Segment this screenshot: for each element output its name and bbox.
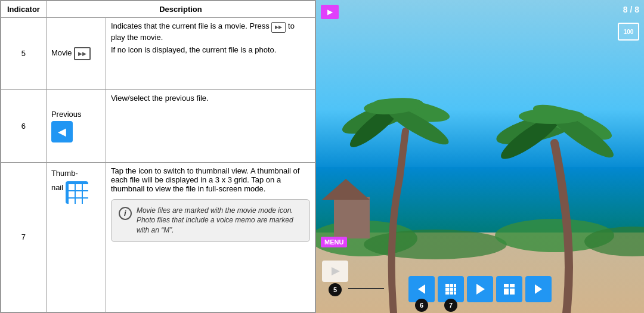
- table-row: 7 Thumb-nail Tap the icon to switch to t…: [1, 162, 315, 312]
- svg-rect-32: [510, 284, 515, 287]
- description-previous: View/select the previous file.: [106, 89, 315, 162]
- previous-icon: ◀: [51, 121, 73, 142]
- indicator-thumbnail: Thumb-nail: [46, 162, 106, 312]
- bubble-5: 5: [329, 283, 342, 296]
- play-indicator: [321, 5, 339, 19]
- item5-white-box: [322, 261, 348, 282]
- description-movie: Indicates that the current file is a mov…: [106, 18, 315, 90]
- svg-marker-20: [418, 284, 425, 294]
- svg-rect-21: [445, 284, 449, 287]
- svg-rect-17: [334, 197, 370, 238]
- svg-rect-26: [454, 288, 456, 292]
- svg-rect-33: [504, 289, 509, 295]
- thumbnail-icon: [66, 181, 88, 204]
- svg-rect-24: [445, 288, 449, 292]
- row-num-5: 5: [1, 18, 47, 90]
- page-counter: 8 / 8: [623, 5, 639, 14]
- svg-rect-31: [504, 284, 509, 287]
- connector-line-5: [348, 288, 384, 289]
- indicator-movie: Movie ▶▶: [46, 18, 106, 90]
- info-box: i Movie files are marked with the movie …: [111, 199, 310, 242]
- item5-play-icon: [328, 265, 342, 277]
- bubble-labels: 6 7: [408, 299, 552, 312]
- bubble-6-label: 6: [415, 299, 428, 312]
- indicator-name-movie: Movie: [51, 48, 72, 57]
- svg-marker-30: [476, 284, 485, 295]
- col-indicator-header: Indicator: [1, 1, 47, 18]
- svg-rect-22: [450, 284, 453, 287]
- indicator-name-previous: Previous: [51, 110, 82, 119]
- svg-rect-28: [450, 292, 453, 295]
- description-thumbnail: Tap the icon to switch to thumbnail view…: [106, 162, 315, 312]
- svg-point-16: [519, 109, 584, 124]
- memory-label: 100: [624, 29, 634, 35]
- svg-rect-27: [445, 292, 449, 295]
- row-num-7: 7: [1, 162, 47, 312]
- info-icon: i: [119, 207, 132, 220]
- table-row: 5 Movie ▶▶ Indicates that the current fi…: [1, 18, 315, 90]
- svg-rect-29: [454, 292, 456, 295]
- svg-rect-23: [454, 284, 456, 287]
- scene-svg: [316, 0, 644, 313]
- camera-panel: 8 / 8 100 MENU 5: [316, 0, 644, 313]
- svg-marker-35: [535, 284, 542, 294]
- svg-point-4: [364, 230, 507, 259]
- col-description-header: Description: [46, 1, 315, 18]
- menu-button[interactable]: MENU: [321, 237, 347, 247]
- table-row: 6 Previous ◀ View/select the previous fi…: [1, 89, 315, 162]
- row-num-6: 6: [1, 89, 47, 162]
- svg-marker-19: [332, 267, 340, 275]
- svg-rect-25: [450, 288, 453, 292]
- indicator-previous: Previous ◀: [46, 89, 106, 162]
- table-panel: Indicator Description 5 Movie ▶▶ Indicat…: [0, 0, 316, 313]
- svg-rect-34: [510, 289, 515, 295]
- item5-area: 5: [322, 261, 348, 296]
- memory-icon: 100: [618, 23, 639, 41]
- info-text: Movie files are marked with the movie mo…: [137, 206, 302, 235]
- camera-image: [316, 0, 644, 313]
- movie-icon: ▶▶: [74, 47, 91, 60]
- bubble-7-label: 7: [444, 299, 457, 312]
